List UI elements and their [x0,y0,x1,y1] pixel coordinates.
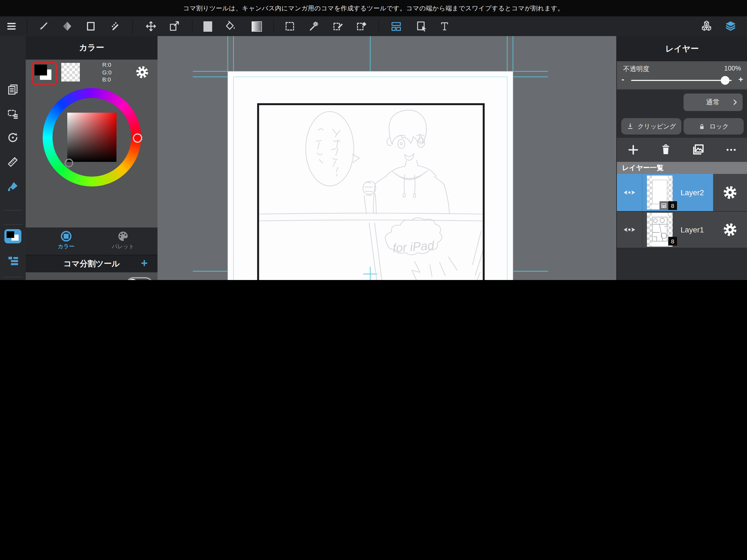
more-options-button[interactable] [724,143,738,156]
panel-divide-tool-button[interactable] [389,19,403,33]
sidebar-divider [3,277,22,277]
brush-tool-button[interactable] [36,19,51,33]
layer1-visibility-toggle[interactable] [617,212,642,248]
rgb-readout: R:0 G:0 B:0 [102,61,111,83]
layers-panel-button[interactable] [723,19,738,33]
clipping-button[interactable]: クリッピング [621,118,681,134]
layer-row-layer1[interactable]: 8 Layer1 [617,212,747,248]
lock-button[interactable]: ロック [683,118,743,134]
eye-icon [622,223,636,237]
opacity-slider-knob[interactable] [720,76,729,85]
transparent-color-swatch[interactable] [61,63,80,81]
layer-row-layer2[interactable]: 8 Layer2 [617,174,747,212]
layer-list-header: レイヤー一覧 [617,162,747,174]
opacity-minus-button[interactable]: - [621,74,624,84]
medibang-paint-app: コマ割りツールは、キャンバス内にマンガ用のコマを作成するツールです。コマの端から… [0,0,747,280]
layer1-name: Layer1 [680,225,704,234]
tool-hint-bar: コマ割りツールは、キャンバス内にマンガ用のコマを作成するツールです。コマの端から… [0,0,747,17]
tab-color-label: カラー [50,243,83,251]
frame-tool-button[interactable] [84,19,98,33]
hv-operate-toggle[interactable] [126,277,153,280]
toolbar-separator [27,19,27,33]
canvas-page: for iPad [157,36,616,280]
reset-rotation-icon[interactable] [5,130,20,145]
sidebar-divider [3,210,22,210]
move-tool-button[interactable] [144,19,158,33]
transform-tool-button[interactable] [166,19,181,33]
gradient-tool-button[interactable] [249,19,264,33]
eye-icon [622,185,636,200]
tab-color[interactable]: カラー [50,230,83,251]
opacity-slider-track[interactable] [631,80,731,81]
gear-icon [722,184,739,201]
object-select-tool-button[interactable] [414,19,429,33]
hv-operate-row: 水平・垂直に操作 [26,272,157,280]
layers-title: レイヤー [617,36,747,61]
eraser-tool-button[interactable] [60,19,74,33]
add-divide-preset-button[interactable]: + [141,256,148,270]
opacity-label: 不透明度 [623,65,649,74]
sidebar-divider [3,224,22,225]
foreground-color-swatch[interactable] [200,19,215,33]
toolbar-separator [192,19,192,33]
dot-pen-tool-button[interactable] [108,19,122,33]
tool-list-icon[interactable] [5,253,20,268]
lock-label: ロック [710,122,729,130]
bucket-fill-tool-button[interactable] [223,19,237,33]
layer-list-header-label: レイヤー一覧 [622,163,664,173]
select-pen-tool-button[interactable] [331,19,345,33]
layer2-name: Layer2 [680,188,704,197]
tab-palette[interactable]: パレット [107,230,139,251]
paint-tool-icon[interactable] [5,179,20,194]
blend-mode-button[interactable]: 通常 [683,94,742,111]
selection-menu-icon[interactable] [5,106,20,121]
clipping-icon [626,122,634,130]
magic-wand-tool-button[interactable] [307,19,321,33]
saturation-value-square[interactable] [67,113,117,162]
color-panel: カラー R:0 G:0 B:0 [26,36,158,280]
ruler-icon[interactable] [5,154,20,169]
chevron-right-icon [730,98,739,107]
fgbg-swatch[interactable] [32,62,57,85]
marquee-select-tool-button[interactable] [282,19,297,33]
materials-button[interactable] [699,19,713,33]
color-swatch-row: R:0 G:0 B:0 [26,59,157,85]
toolbar-separator [379,19,379,33]
rgb-b: B:0 [102,76,111,83]
divide-tool-header: コマ分割ツール + [26,255,157,272]
layer-actions-row [617,138,747,162]
color-panel-header: カラー [26,36,157,59]
layer2-bit-badge: 8 [668,201,677,210]
tool-hint-text: コマ割りツールは、キャンバス内にマンガ用のコマを作成するツールです。コマの端から… [183,4,564,12]
text-tool-button[interactable] [437,19,452,33]
clip-lock-row: クリッピング ロック [617,115,747,138]
toolbar-separator [132,19,133,33]
color-settings-gear-icon[interactable] [134,65,150,80]
layer2-settings-cell[interactable] [713,174,747,211]
color-wheel-area [26,85,157,228]
pages-icon[interactable] [5,82,20,97]
import-image-button[interactable] [690,142,705,157]
delete-layer-button[interactable] [659,143,672,156]
toolbar-separator [274,19,274,33]
hue-selector[interactable] [133,133,142,143]
add-layer-button[interactable] [626,143,640,157]
layer1-settings-cell[interactable] [713,212,747,248]
side-toolbar [0,36,26,280]
page [228,71,513,280]
canvas-viewport[interactable]: for iPad [157,36,616,280]
fg-bg-color-swatch[interactable] [4,229,21,244]
layer2-visibility-toggle[interactable] [617,174,642,211]
main-toolbar [0,17,747,36]
opacity-plus-button[interactable]: + [738,74,743,84]
opacity-row: 不透明度 100% - + [617,61,747,90]
sv-selector[interactable] [65,159,73,167]
opacity-value: 100% [724,65,741,72]
select-eraser-tool-button[interactable] [354,19,368,33]
rgb-r: R:0 [102,61,111,69]
lock-icon [698,122,706,130]
layer2-material-badge [660,201,668,210]
menu-button[interactable] [4,19,18,33]
divide-tool-title: コマ分割ツール [26,255,157,272]
rgb-g: G:0 [102,69,111,76]
